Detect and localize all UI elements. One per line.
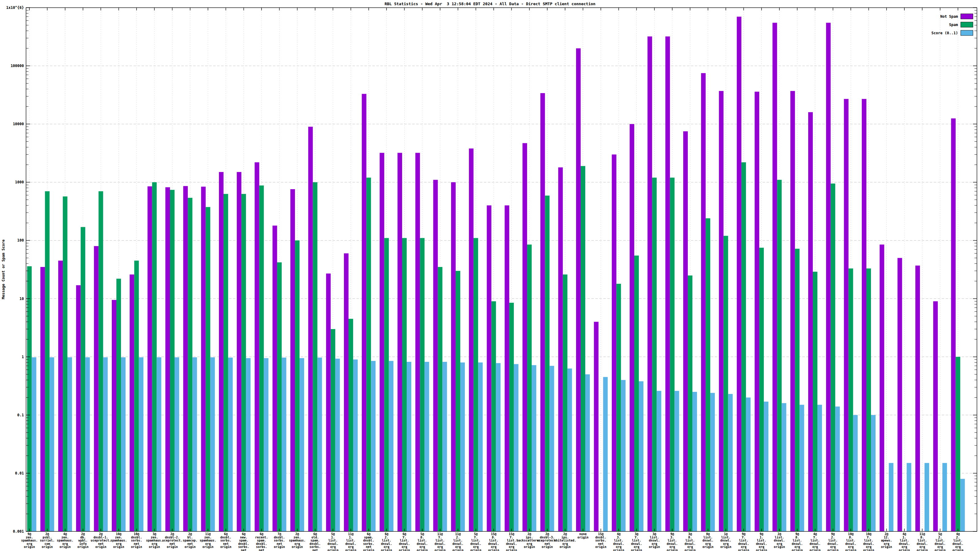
bar-not-spam [630,124,634,531]
bar-score [764,402,768,531]
bar-not-spam [344,254,348,531]
bar-score [32,357,37,531]
chart-page: 1x10^{6}1000001000010001001010.10.010.00… [0,0,980,551]
legend-label-spam: Spam [949,23,958,27]
bar-spam [438,267,442,531]
bar-not-spam [112,300,116,531]
bar-score [639,381,643,531]
bar-not-spam [130,275,134,531]
bar-spam [813,272,818,531]
x-category-label: 2@list.dnswl.orgorigin [774,532,785,549]
legend-item-spam: Spam [949,22,973,27]
bar-spam [759,248,764,531]
bar-spam [313,182,317,531]
legend-swatch-spam [961,22,973,27]
bar-score [282,357,286,531]
legend-label-not-spam: Not Spam [940,14,958,19]
x-category-label: 11@2.list.dnswl.orgorigin [452,532,463,551]
x-category-label: 3@zen.spamhaus.orgorigin [146,532,162,549]
bar-score [835,407,840,531]
legend-label-score: Score (0..1) [931,31,958,35]
bar-score [353,359,358,531]
bar-not-spam [40,267,45,531]
bar-score [585,375,590,531]
bar-spam [188,198,192,531]
bar-score [531,365,536,531]
bar-not-spam [415,153,420,531]
bar-not-spam [326,274,331,531]
bar-not-spam [148,186,152,531]
bar-score [157,357,161,531]
bar-not-spam [844,99,849,531]
bar-not-spam [755,92,759,531]
x-category-label: 5@Y.list.dnswl.orgorigin [470,532,481,551]
bar-score [942,463,947,531]
x-category-label: 6@recent.spam.dnsbl.sorbs.netorigin [255,532,268,551]
y-tick-label: 0.01 [15,471,24,475]
x-category-label: noneorigin [577,532,588,539]
x-category-label: 4@Y.list.dnswl.orgorigin [810,532,821,551]
bar-spam [206,207,210,531]
bar-spam [99,191,103,531]
bar-spam [241,194,246,531]
bar-score [728,394,733,531]
bar-not-spam [522,143,527,531]
bar-spam [795,249,800,531]
x-category-label: 10@zen.spamhaus.orgorigin [110,532,127,549]
bar-score [657,391,661,531]
bar-spam [741,162,746,531]
x-category-label: 9@Y.list.dnswl.orgorigin [738,532,749,551]
bar-spam [420,238,425,531]
y-tick-label: 0.1 [17,413,24,417]
x-category-label: 3@0.list.dnswl.orgorigin [684,532,695,551]
bar-score [264,358,269,531]
bar-spam [366,178,371,531]
bar-spam [456,271,460,531]
bar-not-spam [201,187,206,531]
bar-not-spam [701,73,706,531]
bar-not-spam [272,225,277,531]
bar-score [192,357,197,531]
bar-spam [688,275,692,531]
x-category-label: 15@0.list.dnswl.orgorigin [488,532,499,551]
x-category-label: 10@dnsbl.sorbs.netorigin [131,532,142,549]
rbl-bar-chart: 1x10^{6}1000001000010001001010.10.010.00… [0,0,980,551]
bar-not-spam [290,189,295,531]
bar-score [67,357,72,531]
bar-spam [616,284,621,531]
bar-spam [956,357,960,531]
bar-score [514,364,519,531]
bar-not-spam [237,172,241,531]
bar-not-spam [94,246,99,531]
x-category-label: 9@1.list.dnswl.orgorigin [756,532,767,551]
y-tick-label: 1 [22,355,24,359]
bar-score [175,357,179,531]
x-category-label: 5@0.list.dnswl.orgorigin [417,532,428,551]
legend-item-not-spam: Not Spam [940,14,973,19]
bar-not-spam [683,131,688,531]
x-category-label: 9@3.list.dnswl.orgorigin [667,532,678,551]
x-category-label: 6@spam.dnsbl.sorbs.netorigin [363,532,374,551]
y-tick-label: 1x10^{6} [6,5,24,10]
x-category-label: 2@bl.spamcop.netorigin [183,532,197,549]
bar-not-spam [183,186,188,531]
bar-not-spam [594,322,598,531]
x-category-label: 6@dnsbl.sorbs.netorigin [220,532,231,549]
x-category-label: 5@1.list.dnswl.orgorigin [328,532,339,551]
bar-not-spam [665,37,670,531]
bar-score [139,357,143,531]
bars-layer [27,16,965,531]
bar-spam [81,227,85,531]
bar-not-spam [433,180,438,531]
bar-score [746,398,751,531]
bar-score [103,357,108,531]
bar-spam [384,238,389,531]
bar-not-spam [469,148,474,531]
bar-score [871,415,875,531]
bar-not-spam [451,182,456,531]
bar-score [621,380,626,531]
x-category-label: 4@2.list.dnswl.orgorigin [953,532,964,551]
x-category-label: 11@1.list.dnswl.orgorigin [345,532,356,551]
y-tick-label: 0.001 [13,529,24,534]
bar-score [710,393,715,531]
